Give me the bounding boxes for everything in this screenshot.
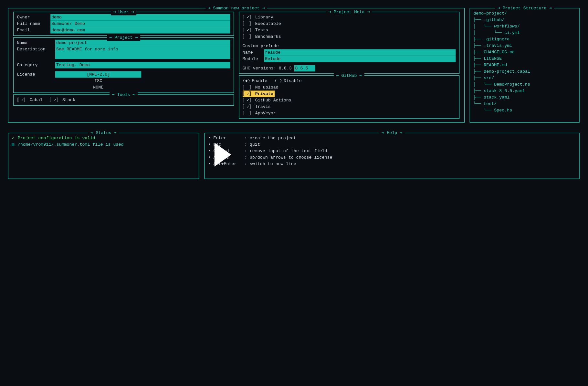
summon-title: ⊸ Summon new project ⊸ bbox=[205, 5, 267, 12]
tree-line: │ └── ci.yml bbox=[473, 30, 576, 36]
github-enable-radio[interactable]: ❬◆❭ Enable bbox=[243, 78, 267, 84]
checkbox-on-icon: 〚✓〛 bbox=[243, 90, 254, 97]
meta-benchmarks-checkbox[interactable]: 〚 〛 Benchmarks bbox=[243, 34, 456, 40]
github-enable-label: Enable bbox=[252, 78, 267, 84]
tree-line: ├── .travis.yml bbox=[473, 43, 576, 49]
ghc-versions-input[interactable]: 8.6.5 bbox=[294, 65, 315, 71]
prelude-name-label: Name bbox=[243, 49, 264, 56]
help-key: Alt+Enter bbox=[214, 161, 245, 167]
tree-line: ├── stack-8.6.5.yaml bbox=[473, 88, 576, 94]
tool-cabal-label: Cabal bbox=[30, 97, 43, 103]
ghc-versions-label: GHC versions: 8.8.3 bbox=[243, 65, 292, 71]
radio-on-icon: ❬◆❭ bbox=[243, 78, 250, 84]
license-option-isc[interactable]: ISC bbox=[55, 78, 141, 84]
email-input[interactable]: demo@demo.com bbox=[50, 27, 230, 34]
help-item: • Alt+Enter: switch to new line bbox=[208, 161, 576, 167]
fullname-input[interactable]: Summoner Demo bbox=[50, 21, 230, 27]
tree-line: ├── .github/ bbox=[473, 17, 576, 23]
project-category-label: Category bbox=[17, 62, 55, 68]
status-title: ⊸ Status ⊸ bbox=[88, 130, 119, 136]
checkbox-on-icon: 〚✓〛 bbox=[243, 103, 254, 110]
tree-line: │ └── DemoProject.hs bbox=[473, 81, 576, 88]
tree-line: ├── LICENSE bbox=[473, 56, 576, 62]
help-sep: : bbox=[245, 149, 250, 153]
bullet-icon: • bbox=[208, 149, 211, 153]
help-item: • Esc: quit bbox=[208, 141, 576, 148]
github-noupload-label: No upload bbox=[255, 84, 278, 91]
help-item: • Arrows: up/down arrows to choose licen… bbox=[208, 154, 576, 161]
github-travis-checkbox[interactable]: 〚✓〛 Travis bbox=[243, 103, 456, 110]
tree-line: ├── stack.yaml bbox=[473, 94, 576, 101]
checkbox-on-icon: 〚✓〛 bbox=[17, 97, 28, 103]
meta-tests-checkbox[interactable]: 〚✓〛 Tests bbox=[243, 27, 456, 34]
checkbox-on-icon: 〚✓〛 bbox=[50, 97, 61, 103]
project-structure-panel: ⊸ Project Structure ⊸ demo-project/├── .… bbox=[469, 8, 579, 122]
status-panel: ⊸ Status ⊸ ✓ Project configuration is va… bbox=[8, 133, 199, 179]
project-panel: ⊸ Project ⊸ Name demo-project Descriptio… bbox=[13, 37, 234, 93]
github-private-checkbox[interactable]: 〚✓〛 Private bbox=[243, 90, 275, 97]
checkbox-on-icon: 〚✓〛 bbox=[243, 14, 254, 21]
help-title: ⊸ Help ⊸ bbox=[379, 130, 405, 136]
help-sep: : bbox=[245, 162, 250, 166]
tree-line: ├── src/ bbox=[473, 75, 576, 81]
github-private-label: Private bbox=[255, 90, 273, 97]
project-category-input[interactable]: Testing, Demo bbox=[55, 62, 230, 68]
checkbox-off-icon: 〚 〛 bbox=[243, 21, 254, 27]
tool-cabal-checkbox[interactable]: 〚✓〛 Cabal bbox=[17, 97, 43, 103]
meta-library-label: Library bbox=[255, 14, 273, 21]
help-sep: : bbox=[245, 136, 250, 141]
github-disable-label: Disable bbox=[284, 78, 302, 84]
github-appveyor-checkbox[interactable]: 〚 〛 AppVeyor bbox=[243, 110, 456, 116]
help-sep: : bbox=[245, 155, 250, 160]
github-actions-checkbox[interactable]: 〚✓〛 GitHub Actions bbox=[243, 97, 456, 103]
project-title: ⊸ Project ⊸ bbox=[107, 35, 140, 41]
help-desc: switch to new line bbox=[250, 162, 296, 166]
checkbox-on-icon: 〚✓〛 bbox=[243, 97, 254, 103]
tools-title: ⊸ Tools ⊸ bbox=[110, 91, 138, 98]
custom-prelude-label: Custom prelude bbox=[243, 43, 456, 49]
prelude-name-input[interactable]: relude bbox=[264, 49, 456, 56]
checkbox-on-icon: 〚✓〛 bbox=[243, 27, 254, 34]
bullet-icon: • bbox=[208, 162, 211, 166]
license-selected[interactable]: [MPL-2.0] bbox=[55, 71, 141, 78]
checkbox-off-icon: 〚 〛 bbox=[243, 34, 254, 40]
project-desc-label: Description bbox=[17, 46, 55, 53]
user-title: ⊸ User ⊸ bbox=[111, 9, 136, 15]
help-key: Enter bbox=[214, 135, 245, 141]
fullname-label: Full name bbox=[17, 21, 51, 27]
project-name-label: Name bbox=[17, 40, 55, 46]
help-sep: : bbox=[245, 142, 250, 147]
checkbox-off-icon: 〚 〛 bbox=[243, 110, 254, 116]
tool-stack-checkbox[interactable]: 〚✓〛 Stack bbox=[50, 97, 75, 103]
prelude-module-input[interactable]: Relude bbox=[264, 56, 456, 62]
tree-line: ├── .gitignore bbox=[473, 36, 576, 43]
status-valid-text: Project configuration is valid bbox=[18, 135, 95, 141]
help-panel: ⊸ Help ⊸ • Enter: create the project• Es… bbox=[205, 133, 580, 179]
summon-new-project-panel: ⊸ Summon new project ⊸ ⊸ User ⊸ Owner de… bbox=[8, 8, 465, 122]
tree-line: ├── demo-project.cabal bbox=[473, 68, 576, 75]
project-meta-panel: ⊸ Project Meta ⊸ 〚✓〛 Library 〚 〛 Executa… bbox=[239, 12, 459, 74]
meta-executable-checkbox[interactable]: 〚 〛 Executable bbox=[243, 21, 456, 27]
help-desc: quit bbox=[250, 142, 260, 147]
project-desc-input[interactable]: See README for more info bbox=[55, 46, 230, 59]
bullet-icon: • bbox=[208, 155, 211, 160]
email-label: Email bbox=[17, 27, 51, 34]
github-noupload-checkbox[interactable]: 〚 〛 No upload bbox=[243, 84, 456, 91]
github-disable-radio[interactable]: ❬ ❭ Disable bbox=[274, 78, 301, 84]
help-item: • Ctrl+d: remove input of the text field bbox=[208, 148, 576, 154]
github-appveyor-label: AppVeyor bbox=[255, 110, 276, 116]
tree-line: │ └── workflows/ bbox=[473, 23, 576, 30]
github-actions-label: GitHub Actions bbox=[255, 97, 291, 103]
help-key: Arrows bbox=[214, 154, 245, 161]
license-option-none[interactable]: NONE bbox=[55, 84, 141, 91]
tree-line: └── Spec.hs bbox=[473, 107, 576, 114]
meta-tests-label: Tests bbox=[255, 27, 268, 34]
checkbox-off-icon: 〚 〛 bbox=[243, 84, 254, 91]
project-name-input[interactable]: demo-project bbox=[55, 40, 230, 46]
help-desc: up/down arrows to choose license bbox=[250, 155, 332, 160]
license-label: License bbox=[17, 71, 55, 78]
owner-input[interactable]: demo bbox=[50, 14, 230, 21]
meta-benchmarks-label: Benchmarks bbox=[255, 34, 281, 40]
tree-line: ├── README.md bbox=[473, 62, 576, 68]
user-panel: ⊸ User ⊸ Owner demo Full name Summoner D… bbox=[13, 12, 234, 36]
